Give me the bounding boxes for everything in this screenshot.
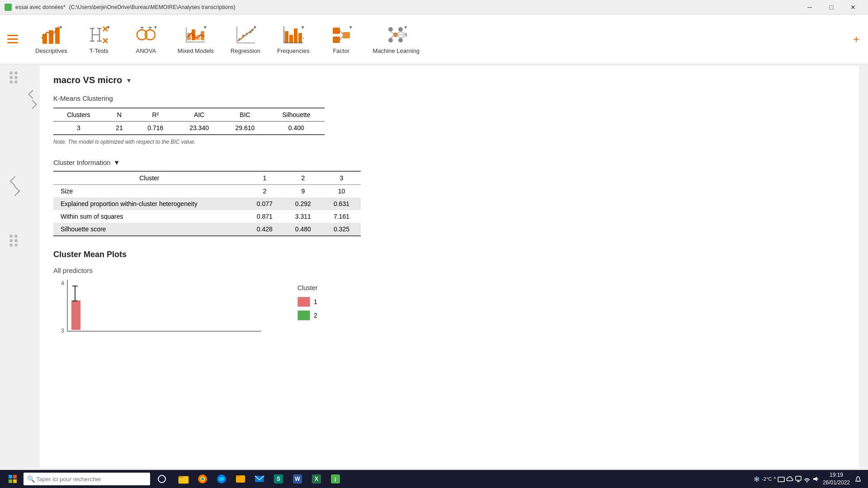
sidebar-dots-top <box>9 71 18 84</box>
kmeans-table: Clusters N R² AIC BIC Silhouette 3 21 0.… <box>53 108 325 135</box>
toolbar-item-ttests[interactable]: ▼ T-Tests <box>76 19 122 60</box>
toolbar-item-mixed-models[interactable]: ▼ Mixed Models <box>170 19 221 60</box>
legend-item-2: 2 <box>297 310 317 320</box>
legend-color-1 <box>297 297 310 307</box>
window-controls[interactable]: ─ □ ✕ <box>799 0 863 14</box>
hamburger-menu[interactable] <box>4 30 22 48</box>
search-icon: 🔍 <box>27 475 35 483</box>
taskbar-app-sway[interactable]: S <box>270 471 287 487</box>
cluster-header-2: 2 <box>284 171 322 185</box>
svg-line-57 <box>401 32 407 35</box>
all-predictors-title: All predictors <box>53 267 845 274</box>
svg-point-49 <box>398 38 403 42</box>
task-view-button[interactable] <box>154 471 170 487</box>
left-sidebar <box>0 64 27 470</box>
svg-text:X: X <box>315 476 318 482</box>
search-container[interactable]: 🔍 <box>24 473 150 485</box>
svg-rect-1 <box>49 30 53 44</box>
regression-label: Regression <box>231 47 260 54</box>
kmeans-silhouette-val: 0.400 <box>268 122 325 135</box>
system-tray: ^ <box>774 475 819 483</box>
cluster-info-section: Cluster Information ▼ Cluster 1 2 3 Size… <box>53 159 845 236</box>
nav-arrows-panel <box>27 64 38 470</box>
kmeans-header-bic: BIC <box>222 108 268 122</box>
maximize-button[interactable]: □ <box>821 0 842 14</box>
notification-button[interactable] <box>852 471 864 487</box>
descriptives-label: Descriptives <box>35 47 67 54</box>
close-button[interactable]: ✕ <box>843 0 863 14</box>
legend-title: Cluster <box>297 284 317 291</box>
taskbar-right-icons: ❄️ -2°C ^ 19:19 26/01/2022 <box>754 471 864 487</box>
start-button[interactable] <box>4 470 22 488</box>
cluster-mean-plots-section: Cluster Mean Plots All predictors 4 3 <box>53 250 845 334</box>
svg-point-47 <box>388 38 393 42</box>
kmeans-clusters-val: 3 <box>53 122 104 135</box>
panel-arrow-right[interactable] <box>28 100 37 109</box>
svg-point-31 <box>246 33 248 35</box>
toolbar-item-anova[interactable]: ▼ ANOVA <box>123 19 169 60</box>
panel-arrow-left[interactable] <box>28 90 37 99</box>
y-label-3: 3 <box>61 327 64 334</box>
window-title: essai avec données* <box>15 4 66 10</box>
excel-icon: X <box>311 474 322 484</box>
factor-icon-area: ▼ <box>330 24 352 46</box>
kmeans-header-aic: AIC <box>176 108 222 122</box>
kmeans-header-clusters: Clusters <box>53 108 104 122</box>
toolbar-item-factor[interactable]: ▼ Factor <box>319 19 364 60</box>
error-bar-vertical <box>75 286 75 301</box>
toolbar: ▼ Descriptives ▼ T-Tests <box>0 14 868 64</box>
firefox-icon <box>197 474 208 484</box>
ttests-icon-area: ▼ <box>88 24 110 46</box>
svg-rect-59 <box>9 475 12 479</box>
kmeans-r2-val: 0.716 <box>135 122 176 135</box>
factor-dropdown-arrow: ▼ <box>349 25 353 30</box>
cluster-silhouette-2: 0.480 <box>284 223 322 236</box>
titlebar-info: essai avec données* (C:\Users\berje\OneD… <box>5 4 236 11</box>
taskbar: 🔍 <box>0 470 868 488</box>
nav-arrow-up[interactable] <box>10 176 20 187</box>
cluster-size-label: Size <box>53 185 245 198</box>
hamburger-line-1 <box>7 35 18 36</box>
dot <box>14 235 18 238</box>
taskbar-app-files[interactable] <box>232 471 249 487</box>
cluster-size-1: 2 <box>245 185 284 198</box>
taskbar-app-explorer[interactable] <box>175 471 192 487</box>
cluster-proportion-2: 0.292 <box>284 197 322 210</box>
svg-rect-82 <box>796 476 801 480</box>
svg-point-30 <box>242 35 245 37</box>
descriptives-dropdown-arrow: ▼ <box>58 25 63 30</box>
toolbar-item-descriptives[interactable]: ▼ Descriptives <box>28 19 75 60</box>
dot <box>14 76 18 79</box>
dot <box>14 239 18 242</box>
chevron-up-icon[interactable]: ^ <box>774 476 776 482</box>
cluster-within-ss-1: 0.871 <box>245 210 284 223</box>
cluster-within-ss-2: 3.311 <box>284 210 322 223</box>
svg-rect-62 <box>13 479 17 483</box>
toolbar-item-regression[interactable]: ▼ Regression <box>223 19 268 60</box>
svg-rect-36 <box>294 28 297 43</box>
cluster-proportion-label: Explained proportion within-cluster hete… <box>53 197 245 210</box>
kmeans-header-r2: R² <box>135 108 176 122</box>
taskbar-app-mail[interactable] <box>251 471 268 487</box>
taskbar-app-firefox[interactable] <box>194 471 211 487</box>
cluster-within-ss-label: Within sum of squares <box>53 210 245 223</box>
titlebar: essai avec données* (C:\Users\berje\OneD… <box>0 0 868 14</box>
add-button[interactable]: + <box>848 31 864 47</box>
taskbar-app-jamovi[interactable]: j <box>327 471 344 487</box>
cluster-info-dropdown[interactable]: ▼ <box>113 159 120 166</box>
minimize-button[interactable]: ─ <box>799 0 820 14</box>
toolbar-item-machine-learning[interactable]: ▼ Machine Learning <box>366 19 427 60</box>
anova-dropdown-arrow: ▼ <box>153 25 158 30</box>
nav-arrow-down[interactable] <box>10 186 20 197</box>
section-dropdown-icon[interactable]: ▼ <box>126 77 132 84</box>
svg-text:W: W <box>295 476 300 482</box>
task-view-icon <box>157 475 167 483</box>
svg-point-68 <box>201 478 204 480</box>
search-input[interactable] <box>24 473 150 485</box>
taskbar-app-edge[interactable] <box>213 471 230 487</box>
toolbar-item-frequencies[interactable]: ▼ Frequencies <box>270 19 317 60</box>
svg-rect-71 <box>236 475 240 477</box>
svg-line-58 <box>401 35 407 38</box>
taskbar-app-word[interactable]: W <box>289 471 306 487</box>
taskbar-app-excel[interactable]: X <box>308 471 325 487</box>
